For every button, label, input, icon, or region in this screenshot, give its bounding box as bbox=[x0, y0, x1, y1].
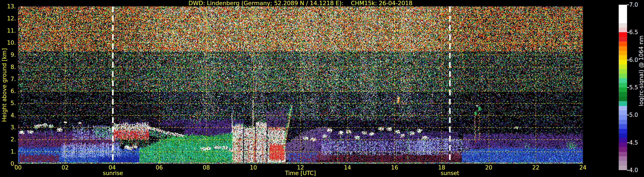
sunset-annotation: sunset bbox=[428, 170, 471, 176]
y-tick-label: 6. bbox=[0, 88, 16, 94]
colorbar-band bbox=[619, 78, 627, 83]
y-tick-label: 10. bbox=[0, 40, 16, 46]
colorbar-tick-label: 5.5 bbox=[629, 84, 638, 91]
x-tick-label: 24 bbox=[571, 164, 595, 171]
x-tick-label: 00 bbox=[6, 164, 30, 171]
x-tick-label: 16 bbox=[383, 164, 406, 171]
colorbar-tick-label: 6.5 bbox=[629, 29, 638, 36]
colorbar-tick-mark bbox=[627, 5, 629, 5]
colorbar-band bbox=[619, 83, 627, 87]
y-tick-label: 11. bbox=[0, 28, 16, 34]
x-tick-label: 20 bbox=[477, 164, 500, 171]
colorbar-band bbox=[619, 5, 627, 9]
colorbar-band bbox=[619, 106, 627, 110]
y-tick-label: 13. bbox=[0, 3, 16, 10]
colorbar-tick-mark bbox=[627, 60, 629, 60]
colorbar-band bbox=[619, 23, 627, 28]
x-tick-label: 08 bbox=[194, 164, 218, 171]
colorbar bbox=[619, 5, 627, 170]
ceilometer-figure: DWD: Lindenberg (Germany; 52.2089 N / 14… bbox=[0, 0, 644, 177]
colorbar-band bbox=[619, 55, 627, 60]
colorbar-band bbox=[619, 152, 627, 156]
heatmap-canvas bbox=[18, 7, 583, 164]
colorbar-tick-mark bbox=[627, 87, 629, 88]
colorbar-band bbox=[619, 120, 627, 124]
colorbar-band bbox=[619, 110, 627, 115]
colorbar-tick-label: 7.0 bbox=[629, 2, 638, 8]
colorbar-band bbox=[619, 133, 627, 138]
colorbar-band bbox=[619, 161, 627, 165]
colorbar-tick-label: 6.0 bbox=[629, 57, 638, 63]
colorbar-band bbox=[619, 46, 627, 51]
x-tick-label: 10 bbox=[242, 164, 265, 171]
x-tick-label: 14 bbox=[336, 164, 359, 171]
colorbar-axis-label: log(rc-signal) @ 1064 nm bbox=[638, 36, 644, 106]
y-tick-label: 5. bbox=[0, 100, 16, 106]
colorbar-band bbox=[619, 19, 627, 23]
colorbar-band bbox=[619, 129, 627, 133]
colorbar-band bbox=[619, 74, 627, 78]
colorbar-tick-mark bbox=[627, 115, 629, 115]
colorbar-band bbox=[619, 87, 627, 92]
colorbar-band bbox=[619, 42, 627, 46]
y-tick-label: 2. bbox=[0, 136, 16, 143]
colorbar-band bbox=[619, 124, 627, 129]
y-tick-label: 1. bbox=[0, 148, 16, 155]
y-tick-label: 3. bbox=[0, 124, 16, 131]
y-tick-label: 7. bbox=[0, 76, 16, 82]
x-tick-label: 02 bbox=[53, 164, 77, 171]
y-tick-label: 4. bbox=[0, 112, 16, 119]
x-tick-label: 22 bbox=[524, 164, 548, 171]
x-tick-label: 18 bbox=[430, 164, 454, 171]
colorbar-band bbox=[619, 51, 627, 55]
colorbar-band bbox=[619, 147, 627, 152]
colorbar-band bbox=[619, 166, 627, 170]
colorbar-band bbox=[619, 143, 627, 147]
colorbar-band bbox=[619, 37, 627, 42]
colorbar-tick-mark bbox=[627, 32, 629, 33]
colorbar-band bbox=[619, 14, 627, 19]
colorbar-band bbox=[619, 92, 627, 96]
colorbar-band bbox=[619, 115, 627, 119]
colorbar-band bbox=[619, 60, 627, 64]
x-tick-label: 06 bbox=[148, 164, 171, 171]
colorbar-tick-label: 5.0 bbox=[629, 112, 638, 118]
x-tick-label: 04 bbox=[100, 164, 124, 171]
colorbar-band bbox=[619, 101, 627, 106]
colorbar-tick-label: 4.0 bbox=[629, 167, 638, 173]
colorbar-tick-mark bbox=[627, 142, 629, 143]
plot-title: DWD: Lindenberg (Germany; 52.2089 N / 14… bbox=[18, 0, 583, 7]
colorbar-band bbox=[619, 97, 627, 101]
y-tick-label: 12. bbox=[0, 15, 16, 22]
colorbar-band bbox=[619, 28, 627, 32]
colorbar-band bbox=[619, 138, 627, 142]
colorbar-tick-label: 4.5 bbox=[629, 139, 638, 146]
colorbar-band bbox=[619, 9, 627, 14]
colorbar-band bbox=[619, 32, 627, 37]
colorbar-band bbox=[619, 156, 627, 161]
colorbar-band bbox=[619, 69, 627, 73]
x-tick-label: 12 bbox=[289, 164, 312, 171]
sunrise-annotation: sunrise bbox=[92, 170, 134, 176]
y-tick-label: 9. bbox=[0, 52, 16, 58]
colorbar-tick-mark bbox=[627, 170, 629, 170]
colorbar-band bbox=[619, 64, 627, 69]
y-tick-label: 8. bbox=[0, 64, 16, 70]
y-axis-label: Height above ground [km] bbox=[1, 48, 8, 122]
